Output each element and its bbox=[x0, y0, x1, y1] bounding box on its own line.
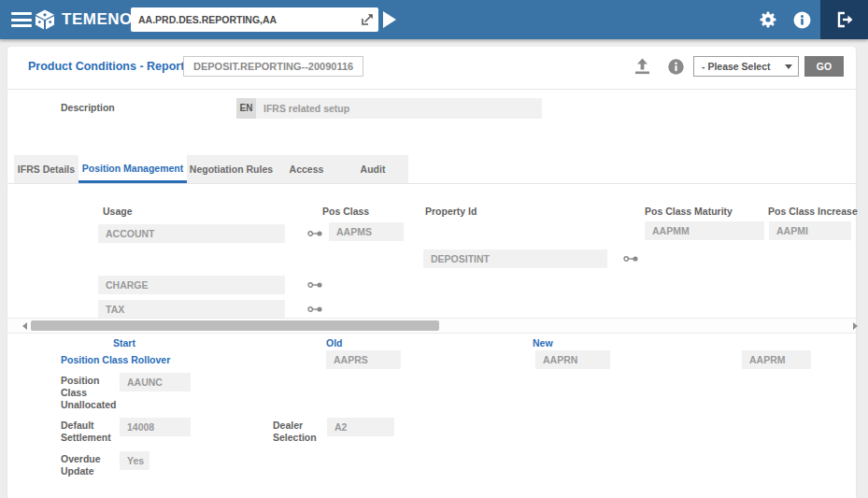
scroll-right-icon[interactable] bbox=[853, 322, 858, 330]
column-header-new: New bbox=[533, 337, 553, 349]
run-icon[interactable] bbox=[382, 10, 397, 29]
label-position-class-unallocated: Position Class Unallocated bbox=[61, 375, 119, 411]
usage-field-charge: CHARGE bbox=[98, 276, 285, 294]
tab-access[interactable]: Access bbox=[276, 155, 337, 183]
pos-class-maturity-field: AAPMM bbox=[645, 221, 764, 240]
description-label: Description bbox=[61, 102, 115, 114]
command-bar bbox=[131, 7, 378, 32]
sign-out-section[interactable] bbox=[820, 0, 868, 39]
tab-position-management[interactable]: Position Management bbox=[78, 155, 187, 183]
go-button[interactable]: GO bbox=[804, 56, 844, 77]
pos-class-field: AAPMS bbox=[329, 222, 404, 241]
temenos-logo: TEMENOS bbox=[34, 8, 144, 31]
label-dealer-selection: Dealer Selection bbox=[273, 420, 324, 444]
tab-negotiation-rules[interactable]: Negotiation Rules bbox=[187, 155, 276, 183]
top-navigation-bar: TEMENOS bbox=[0, 0, 868, 39]
page-title: Product Conditions - Reporting bbox=[28, 60, 202, 73]
dealer-selection-field: A2 bbox=[327, 418, 394, 436]
rollover-start-field: AAPRS bbox=[326, 350, 401, 369]
label-default-settlement: Default Settlement bbox=[61, 420, 119, 444]
column-header-pos-class-maturity: Pos Class Maturity bbox=[645, 206, 733, 218]
usage-field-account: ACCOUNT bbox=[98, 224, 285, 243]
column-header-usage: Usage bbox=[103, 206, 133, 218]
chevron-down-icon bbox=[785, 64, 792, 69]
language-badge: EN bbox=[236, 98, 256, 119]
tab-audit[interactable]: Audit bbox=[337, 155, 408, 183]
tabs-divider bbox=[7, 183, 856, 184]
expand-multivalue-icon[interactable] bbox=[307, 305, 323, 314]
expand-multivalue-icon[interactable] bbox=[623, 254, 639, 263]
action-select-value: - Please Select bbox=[702, 61, 771, 72]
column-header-old: Old bbox=[326, 337, 343, 349]
position-class-unallocated-field: AAUNC bbox=[120, 373, 191, 391]
label-overdue-update: Overdue Update bbox=[61, 453, 119, 477]
rollover-new-field: AAPRM bbox=[742, 350, 811, 369]
pos-class-increase-field: AAPMI bbox=[769, 221, 851, 240]
column-header-pos-class-increase: Pos Class Increase bbox=[768, 206, 858, 218]
launch-icon[interactable] bbox=[361, 13, 374, 26]
temenos-logo-icon bbox=[34, 8, 56, 31]
help-info-icon[interactable] bbox=[668, 59, 684, 75]
settings-gear-icon[interactable] bbox=[760, 11, 776, 28]
action-select[interactable]: - Please Select bbox=[693, 56, 799, 77]
command-input[interactable] bbox=[138, 7, 355, 32]
column-header-pos-class: Pos Class bbox=[322, 206, 369, 218]
expand-multivalue-icon[interactable] bbox=[307, 229, 323, 238]
scroll-left-icon[interactable] bbox=[22, 322, 27, 330]
rollover-old-field: AAPRN bbox=[535, 350, 610, 369]
tab-ifrs-details[interactable]: IFRS Details bbox=[14, 155, 78, 183]
column-header-property-id: Property Id bbox=[425, 206, 477, 218]
column-header-start: Start bbox=[113, 337, 135, 349]
horizontal-scrollbar-thumb[interactable] bbox=[31, 320, 439, 331]
expand-multivalue-icon[interactable] bbox=[307, 280, 323, 290]
info-icon[interactable] bbox=[793, 11, 811, 29]
record-id-badge: DEPOSIT.REPORTING--20090116 bbox=[183, 56, 363, 77]
usage-field-tax: TAX bbox=[98, 300, 285, 319]
description-field: IFRS related setup bbox=[256, 98, 542, 119]
overdue-update-field: Yes bbox=[120, 451, 149, 470]
application-window: TEMENOS bbox=[0, 0, 868, 498]
menu-icon[interactable] bbox=[11, 12, 32, 27]
upload-icon[interactable] bbox=[634, 58, 650, 75]
default-settlement-field: 14008 bbox=[120, 418, 191, 436]
sign-out-icon bbox=[835, 10, 854, 29]
toolbar-divider bbox=[7, 89, 856, 90]
row-label-position-class-rollover: Position Class Rollover bbox=[61, 354, 170, 366]
property-id-field: DEPOSITINT bbox=[423, 249, 607, 268]
